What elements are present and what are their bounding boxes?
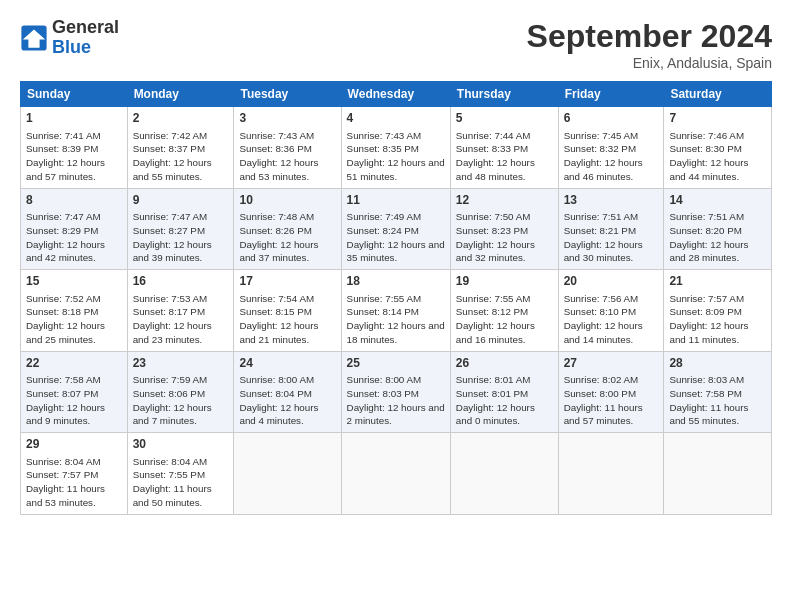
table-row: 28Sunrise: 8:03 AMSunset: 7:58 PMDayligh…: [664, 351, 772, 433]
calendar-body: 1Sunrise: 7:41 AMSunset: 8:39 PMDaylight…: [21, 107, 772, 515]
table-row: 17Sunrise: 7:54 AMSunset: 8:15 PMDayligh…: [234, 270, 341, 352]
day-info: Sunrise: 7:57 AMSunset: 8:09 PMDaylight:…: [669, 293, 748, 345]
day-info: Sunrise: 7:53 AMSunset: 8:17 PMDaylight:…: [133, 293, 212, 345]
day-number: 15: [26, 274, 122, 290]
day-number: 8: [26, 193, 122, 209]
table-row: 27Sunrise: 8:02 AMSunset: 8:00 PMDayligh…: [558, 351, 664, 433]
calendar-week-row: 15Sunrise: 7:52 AMSunset: 8:18 PMDayligh…: [21, 270, 772, 352]
logo-blue: Blue: [52, 38, 119, 58]
col-saturday: Saturday: [664, 82, 772, 107]
day-number: 4: [347, 111, 445, 127]
day-info: Sunrise: 7:55 AMSunset: 8:12 PMDaylight:…: [456, 293, 535, 345]
table-row: 22Sunrise: 7:58 AMSunset: 8:07 PMDayligh…: [21, 351, 128, 433]
calendar-week-row: 8Sunrise: 7:47 AMSunset: 8:29 PMDaylight…: [21, 188, 772, 270]
table-row: [341, 433, 450, 515]
day-number: 12: [456, 193, 553, 209]
day-number: 16: [133, 274, 229, 290]
day-info: Sunrise: 7:44 AMSunset: 8:33 PMDaylight:…: [456, 130, 535, 182]
day-info: Sunrise: 7:58 AMSunset: 8:07 PMDaylight:…: [26, 374, 105, 426]
subtitle: Enix, Andalusia, Spain: [527, 55, 772, 71]
day-info: Sunrise: 8:04 AMSunset: 7:57 PMDaylight:…: [26, 456, 105, 508]
table-row: 25Sunrise: 8:00 AMSunset: 8:03 PMDayligh…: [341, 351, 450, 433]
day-info: Sunrise: 7:50 AMSunset: 8:23 PMDaylight:…: [456, 211, 535, 263]
table-row: 30Sunrise: 8:04 AMSunset: 7:55 PMDayligh…: [127, 433, 234, 515]
day-number: 30: [133, 437, 229, 453]
table-row: 12Sunrise: 7:50 AMSunset: 8:23 PMDayligh…: [450, 188, 558, 270]
table-row: 13Sunrise: 7:51 AMSunset: 8:21 PMDayligh…: [558, 188, 664, 270]
day-number: 9: [133, 193, 229, 209]
table-row: 26Sunrise: 8:01 AMSunset: 8:01 PMDayligh…: [450, 351, 558, 433]
day-info: Sunrise: 7:42 AMSunset: 8:37 PMDaylight:…: [133, 130, 212, 182]
calendar: Sunday Monday Tuesday Wednesday Thursday…: [20, 81, 772, 515]
table-row: 5Sunrise: 7:44 AMSunset: 8:33 PMDaylight…: [450, 107, 558, 189]
day-info: Sunrise: 8:03 AMSunset: 7:58 PMDaylight:…: [669, 374, 748, 426]
table-row: 3Sunrise: 7:43 AMSunset: 8:36 PMDaylight…: [234, 107, 341, 189]
day-number: 14: [669, 193, 766, 209]
day-info: Sunrise: 7:51 AMSunset: 8:20 PMDaylight:…: [669, 211, 748, 263]
day-info: Sunrise: 7:56 AMSunset: 8:10 PMDaylight:…: [564, 293, 643, 345]
table-row: [558, 433, 664, 515]
col-friday: Friday: [558, 82, 664, 107]
table-row: 10Sunrise: 7:48 AMSunset: 8:26 PMDayligh…: [234, 188, 341, 270]
day-info: Sunrise: 8:00 AMSunset: 8:04 PMDaylight:…: [239, 374, 318, 426]
day-number: 22: [26, 356, 122, 372]
day-info: Sunrise: 8:00 AMSunset: 8:03 PMDaylight:…: [347, 374, 445, 426]
table-row: 2Sunrise: 7:42 AMSunset: 8:37 PMDaylight…: [127, 107, 234, 189]
col-tuesday: Tuesday: [234, 82, 341, 107]
table-row: 8Sunrise: 7:47 AMSunset: 8:29 PMDaylight…: [21, 188, 128, 270]
day-number: 25: [347, 356, 445, 372]
col-thursday: Thursday: [450, 82, 558, 107]
title-area: September 2024 Enix, Andalusia, Spain: [527, 18, 772, 71]
day-info: Sunrise: 7:43 AMSunset: 8:36 PMDaylight:…: [239, 130, 318, 182]
table-row: 11Sunrise: 7:49 AMSunset: 8:24 PMDayligh…: [341, 188, 450, 270]
col-wednesday: Wednesday: [341, 82, 450, 107]
day-number: 1: [26, 111, 122, 127]
table-row: 19Sunrise: 7:55 AMSunset: 8:12 PMDayligh…: [450, 270, 558, 352]
day-number: 27: [564, 356, 659, 372]
table-row: 14Sunrise: 7:51 AMSunset: 8:20 PMDayligh…: [664, 188, 772, 270]
day-info: Sunrise: 7:47 AMSunset: 8:27 PMDaylight:…: [133, 211, 212, 263]
day-number: 17: [239, 274, 335, 290]
table-row: 18Sunrise: 7:55 AMSunset: 8:14 PMDayligh…: [341, 270, 450, 352]
day-number: 13: [564, 193, 659, 209]
day-number: 24: [239, 356, 335, 372]
day-number: 6: [564, 111, 659, 127]
day-info: Sunrise: 8:02 AMSunset: 8:00 PMDaylight:…: [564, 374, 643, 426]
day-info: Sunrise: 7:46 AMSunset: 8:30 PMDaylight:…: [669, 130, 748, 182]
day-info: Sunrise: 7:43 AMSunset: 8:35 PMDaylight:…: [347, 130, 445, 182]
day-info: Sunrise: 8:01 AMSunset: 8:01 PMDaylight:…: [456, 374, 535, 426]
table-row: 23Sunrise: 7:59 AMSunset: 8:06 PMDayligh…: [127, 351, 234, 433]
day-number: 20: [564, 274, 659, 290]
table-row: 9Sunrise: 7:47 AMSunset: 8:27 PMDaylight…: [127, 188, 234, 270]
day-number: 19: [456, 274, 553, 290]
calendar-week-row: 1Sunrise: 7:41 AMSunset: 8:39 PMDaylight…: [21, 107, 772, 189]
day-number: 11: [347, 193, 445, 209]
day-info: Sunrise: 7:49 AMSunset: 8:24 PMDaylight:…: [347, 211, 445, 263]
logo: General Blue: [20, 18, 119, 58]
day-number: 26: [456, 356, 553, 372]
day-info: Sunrise: 7:55 AMSunset: 8:14 PMDaylight:…: [347, 293, 445, 345]
calendar-week-row: 22Sunrise: 7:58 AMSunset: 8:07 PMDayligh…: [21, 351, 772, 433]
day-number: 7: [669, 111, 766, 127]
table-row: 21Sunrise: 7:57 AMSunset: 8:09 PMDayligh…: [664, 270, 772, 352]
day-info: Sunrise: 7:48 AMSunset: 8:26 PMDaylight:…: [239, 211, 318, 263]
day-info: Sunrise: 7:59 AMSunset: 8:06 PMDaylight:…: [133, 374, 212, 426]
table-row: 20Sunrise: 7:56 AMSunset: 8:10 PMDayligh…: [558, 270, 664, 352]
table-row: 16Sunrise: 7:53 AMSunset: 8:17 PMDayligh…: [127, 270, 234, 352]
table-row: 29Sunrise: 8:04 AMSunset: 7:57 PMDayligh…: [21, 433, 128, 515]
table-row: 15Sunrise: 7:52 AMSunset: 8:18 PMDayligh…: [21, 270, 128, 352]
header: General Blue September 2024 Enix, Andalu…: [20, 18, 772, 71]
col-sunday: Sunday: [21, 82, 128, 107]
day-info: Sunrise: 8:04 AMSunset: 7:55 PMDaylight:…: [133, 456, 212, 508]
day-number: 21: [669, 274, 766, 290]
logo-general: General: [52, 18, 119, 38]
day-number: 5: [456, 111, 553, 127]
calendar-week-row: 29Sunrise: 8:04 AMSunset: 7:57 PMDayligh…: [21, 433, 772, 515]
day-number: 18: [347, 274, 445, 290]
table-row: [664, 433, 772, 515]
logo-icon: [20, 24, 48, 52]
table-row: 4Sunrise: 7:43 AMSunset: 8:35 PMDaylight…: [341, 107, 450, 189]
day-number: 28: [669, 356, 766, 372]
table-row: 24Sunrise: 8:00 AMSunset: 8:04 PMDayligh…: [234, 351, 341, 433]
table-row: 7Sunrise: 7:46 AMSunset: 8:30 PMDaylight…: [664, 107, 772, 189]
